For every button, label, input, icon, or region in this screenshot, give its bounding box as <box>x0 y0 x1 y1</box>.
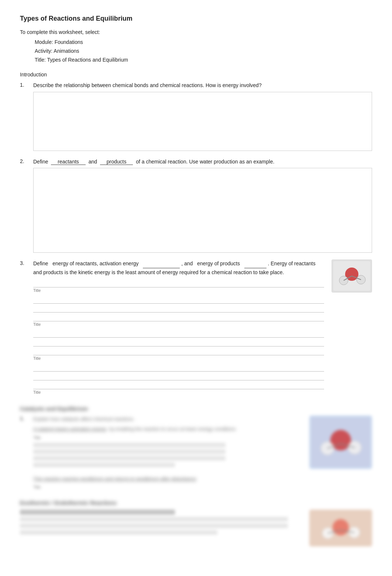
bottom-molecule-svg <box>309 510 372 546</box>
blurred-q4-block: 1. Explain how catalysts affect chemical… <box>20 415 302 469</box>
blurred-molecule-svg <box>311 417 370 467</box>
q1-content: Describe the relationship between chemic… <box>33 81 372 151</box>
q2-number: 2. <box>20 158 33 253</box>
blurred-q4-number: 1. <box>20 415 33 469</box>
svg-point-8 <box>348 441 361 454</box>
blurred-section2-main <box>20 510 302 537</box>
blurred-line-2 <box>33 449 226 454</box>
blurred-q4-lines <box>33 443 235 467</box>
q3-label2: Title <box>33 322 324 327</box>
q2-answer-area[interactable] <box>33 168 372 253</box>
blurred-q5-row: This reaction reaches equilibrium and re… <box>20 475 372 490</box>
blurred-line-1 <box>33 443 226 447</box>
q3-main: Define energy of reactants, activation e… <box>33 259 324 394</box>
q3-row: Define energy of reactants, activation e… <box>33 259 372 394</box>
molecule-svg <box>333 261 370 291</box>
page-title: Types of Reactions and Equilibrium <box>20 15 372 23</box>
q3-label3: Title <box>33 356 324 361</box>
svg-point-14 <box>349 527 360 538</box>
blurred-section-header: Catalysts and Equilibrium <box>20 406 372 412</box>
title-line: Title: Types of Reactions and Equilibriu… <box>35 56 372 65</box>
section-introduction: Introduction <box>20 72 372 77</box>
blurred-q5-content: This reaction reaches equilibrium and re… <box>33 475 196 490</box>
q2-blank-reactants: reactants <box>51 159 86 165</box>
svg-line-16 <box>341 530 354 532</box>
q3-line6 <box>33 338 324 346</box>
q3-content: Define energy of reactants, activation e… <box>33 259 372 394</box>
svg-point-9 <box>321 442 334 455</box>
svg-rect-12 <box>309 510 372 546</box>
blurred-q4-sub-block: A catalyst lowers activation energy by e… <box>33 425 235 433</box>
blurred-section2-row <box>20 510 372 546</box>
blurred-s2-l1 <box>20 517 288 521</box>
q3-text: Define energy of reactants, activation e… <box>33 259 324 276</box>
q3-number: 3. <box>20 259 33 394</box>
question-1: 1. Describe the relationship between che… <box>20 81 372 151</box>
blurred-q4-image <box>309 415 372 469</box>
q1-answer-area[interactable] <box>33 92 372 151</box>
blurred-s2-line-label <box>20 510 175 515</box>
q3-answer-lines: Title Title Title <box>33 279 324 394</box>
activity-line: Activity: Animations <box>35 47 372 56</box>
blurred-s2-lines <box>20 517 302 535</box>
q3-line1 <box>33 279 324 287</box>
blurred-s2-l3 <box>20 530 217 535</box>
blurred-q4-answer-label: Title <box>33 435 235 440</box>
blurred-q4-main: 1. Explain how catalysts affect chemical… <box>20 415 302 472</box>
q3-line3 <box>33 304 324 313</box>
svg-rect-6 <box>311 417 370 467</box>
q3-molecule-image <box>331 259 372 293</box>
q2-blank-products: products <box>100 159 133 165</box>
q3-line10 <box>33 381 324 389</box>
q1-text: Describe the relationship between chemic… <box>33 81 372 89</box>
svg-point-15 <box>322 528 333 539</box>
blurred-q4-text: Explain how catalysts affect chemical re… <box>33 415 235 423</box>
q3-line5 <box>33 330 324 338</box>
blurred-q5-text: This reaction reaches equilibrium and re… <box>33 475 196 483</box>
q3-line9 <box>33 372 324 380</box>
blurred-q5-underline: This reaction reaches equilibrium and re… <box>33 476 196 482</box>
q3-blank-ae <box>143 259 180 268</box>
svg-point-7 <box>330 430 351 451</box>
q3-blank-ep <box>244 259 267 268</box>
q2-content: Define reactants and products of a chemi… <box>33 158 372 253</box>
module-info: Module: Foundations Activity: Animations… <box>35 38 372 64</box>
svg-line-10 <box>341 444 355 448</box>
q3-line8 <box>33 363 324 372</box>
q3-energy-of: Energy of <box>271 261 293 266</box>
q3-line2 <box>33 296 324 304</box>
blurred-line-3 <box>33 456 226 461</box>
blurred-section2-image <box>309 510 372 546</box>
q3-line7 <box>33 347 324 355</box>
blurred-s2-l2 <box>20 524 288 528</box>
blurred-q4-row: 1. Explain how catalysts affect chemical… <box>20 415 372 472</box>
blurred-q4-content: Explain how catalysts affect chemical re… <box>33 415 235 469</box>
blurred-exo-section: Exothermic / Endothermic Reactions <box>20 500 372 546</box>
module-line: Module: Foundations <box>35 38 372 47</box>
svg-line-11 <box>327 444 341 448</box>
question-3: 3. Define energy of reactants, activatio… <box>20 259 372 394</box>
q2-and: and <box>89 159 97 165</box>
q3-label1: Title <box>33 288 324 293</box>
question-2: 2. Define reactants and products of a ch… <box>20 158 372 253</box>
q3-label4: Title <box>33 390 324 394</box>
blurred-line-4 <box>33 463 175 467</box>
blurred-catalysts-section: Catalysts and Equilibrium 1. Explain how… <box>20 406 372 489</box>
q2-text: Define reactants and products of a chemi… <box>33 158 372 166</box>
svg-line-17 <box>328 530 341 533</box>
intro-text: To complete this worksheet, select: <box>20 29 372 35</box>
blurred-q4-sub-underline: A catalyst lowers activation energy <box>33 426 107 432</box>
q1-number: 1. <box>20 81 33 151</box>
blurred-section2-header: Exothermic / Endothermic Reactions <box>20 500 372 506</box>
blurred-q5-label: Title <box>33 485 196 489</box>
q3-line4 <box>33 313 324 321</box>
blurred-q4-sub: A catalyst lowers activation energy by e… <box>33 425 235 433</box>
svg-point-13 <box>333 519 349 535</box>
blurred-q4-small: Title <box>33 435 235 440</box>
